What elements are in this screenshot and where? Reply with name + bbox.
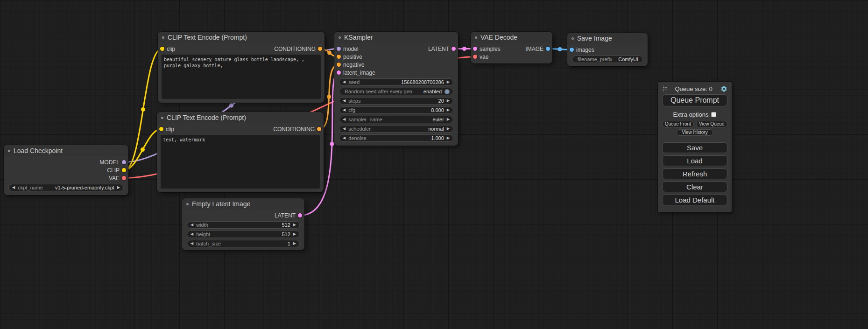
collapse-dot[interactable] <box>161 117 163 119</box>
view-queue-button[interactable]: View Queue <box>696 121 728 127</box>
widget-label: sampler_name <box>348 117 382 122</box>
node-header[interactable]: KSampler <box>334 32 458 43</box>
node-title: Save Image <box>577 35 612 42</box>
input-label-positive: positive <box>343 54 362 60</box>
input-slot-latent-image[interactable] <box>337 70 341 75</box>
view-history-button[interactable]: View History <box>677 129 713 136</box>
input-slot-clip[interactable] <box>159 127 163 131</box>
node-header[interactable]: CLIP Text Encode (Prompt) <box>158 32 325 43</box>
widget-value: v1-5-pruned-emaonly.ckpt <box>55 185 114 190</box>
widget-steps[interactable]: ◀ steps 20 ▶ <box>339 97 453 105</box>
settings-gear-icon[interactable] <box>720 85 727 92</box>
decrement-arrow-icon[interactable]: ◀ <box>343 99 346 103</box>
widget-seed[interactable]: ◀ seed 156680208700286 ▶ <box>339 78 453 86</box>
widget-random-seed-toggle[interactable]: Random seed after every gen enabled <box>339 88 453 95</box>
increment-arrow-icon[interactable]: ▶ <box>447 127 450 131</box>
widget-label: scheduler <box>348 126 371 132</box>
collapse-dot[interactable] <box>572 37 574 40</box>
input-slot-negative[interactable] <box>337 63 341 67</box>
output-slot-image[interactable] <box>546 47 550 51</box>
load-default-button[interactable]: Load Default <box>662 195 727 205</box>
increment-arrow-icon[interactable]: ▶ <box>293 232 296 236</box>
node-header[interactable]: Load Checkpoint <box>4 145 128 156</box>
output-slot-latent[interactable] <box>452 47 456 51</box>
node-header[interactable]: Save Image <box>567 33 648 44</box>
increment-arrow-icon[interactable]: ▶ <box>293 223 296 227</box>
link-midpoint-dot <box>141 107 145 112</box>
widget-filename-prefix[interactable]: filename_prefix ComfyUI <box>572 56 643 63</box>
decrement-arrow-icon[interactable]: ◀ <box>191 242 193 245</box>
menu-header[interactable]: Queue size: 0 <box>662 84 727 93</box>
clear-button[interactable]: Clear <box>662 182 727 192</box>
input-slot-images[interactable] <box>570 48 574 52</box>
widget-label: steps <box>348 98 360 104</box>
prompt-textarea[interactable]: text, watermark <box>161 135 320 189</box>
output-slot-clip[interactable] <box>122 168 126 172</box>
increment-arrow-icon[interactable]: ▶ <box>447 80 450 84</box>
decrement-arrow-icon[interactable]: ◀ <box>343 118 346 121</box>
node-header[interactable]: CLIP Text Encode (Prompt) <box>157 112 324 123</box>
input-slot-clip[interactable] <box>160 47 164 51</box>
widget-scheduler[interactable]: ◀ scheduler normal ▶ <box>339 125 453 133</box>
input-slot-positive[interactable] <box>337 55 341 59</box>
output-slot-vae[interactable] <box>122 176 126 180</box>
output-slot-conditioning[interactable] <box>317 127 321 131</box>
refresh-button[interactable]: Refresh <box>662 168 727 179</box>
widget-cfg[interactable]: ◀ cfg 8.000 ▶ <box>339 106 453 114</box>
toggle-knob[interactable] <box>445 89 450 94</box>
decrement-arrow-icon[interactable]: ◀ <box>12 186 15 189</box>
queue-front-button[interactable]: Queue Front <box>662 121 694 127</box>
load-button[interactable]: Load <box>662 155 727 166</box>
increment-arrow-icon[interactable]: ▶ <box>117 186 120 189</box>
decrement-arrow-icon[interactable]: ◀ <box>191 223 193 227</box>
node-clip-text-encode-negative[interactable]: CLIP Text Encode (Prompt) clip CONDITION… <box>157 112 324 192</box>
increment-arrow-icon[interactable]: ▶ <box>447 108 450 112</box>
queue-menu-panel[interactable]: Queue size: 0 Queue Prompt Extra options… <box>658 82 732 212</box>
node-ksampler[interactable]: KSampler model LATENT positive negative … <box>334 32 458 146</box>
drag-handle-icon[interactable] <box>662 85 667 92</box>
input-label-clip: clip <box>167 46 175 52</box>
input-slot-model[interactable] <box>337 47 341 51</box>
output-slot-model[interactable] <box>122 160 126 164</box>
node-header[interactable]: VAE Decode <box>471 32 552 43</box>
queue-prompt-button[interactable]: Queue Prompt <box>662 94 727 106</box>
node-vae-decode[interactable]: VAE Decode samples IMAGE vae <box>471 32 552 63</box>
decrement-arrow-icon[interactable]: ◀ <box>343 108 346 112</box>
output-slot-latent[interactable] <box>298 213 302 217</box>
increment-arrow-icon[interactable]: ▶ <box>447 136 450 140</box>
node-load-checkpoint[interactable]: Load Checkpoint MODEL CLIP VAE ◀ ckpt_na… <box>4 145 128 195</box>
increment-arrow-icon[interactable]: ▶ <box>447 99 450 103</box>
decrement-arrow-icon[interactable]: ◀ <box>191 232 193 236</box>
widget-denoise[interactable]: ◀ denoise 1.000 ▶ <box>339 134 453 142</box>
node-save-image[interactable]: Save Image images filename_prefix ComfyU… <box>567 33 648 66</box>
decrement-arrow-icon[interactable]: ◀ <box>343 127 346 131</box>
save-button[interactable]: Save <box>662 142 727 153</box>
decrement-arrow-icon[interactable]: ◀ <box>343 136 346 140</box>
node-header[interactable]: Empty Latent Image <box>182 198 304 210</box>
input-slot-vae[interactable] <box>473 55 477 59</box>
collapse-dot[interactable] <box>8 150 10 152</box>
collapse-dot[interactable] <box>186 203 189 205</box>
widget-ckpt-name[interactable]: ◀ ckpt_name v1-5-pruned-emaonly.ckpt ▶ <box>8 184 124 191</box>
node-clip-text-encode-positive[interactable]: CLIP Text Encode (Prompt) clip CONDITION… <box>158 32 325 103</box>
queue-size-label: Queue size: 0 <box>667 85 720 92</box>
collapse-dot[interactable] <box>339 36 341 39</box>
widget-height[interactable]: ◀ height 512 ▶ <box>187 231 300 238</box>
increment-arrow-icon[interactable]: ▶ <box>293 242 296 245</box>
input-slot-samples[interactable] <box>473 47 477 51</box>
extra-options-checkbox[interactable] <box>711 112 716 117</box>
widget-batch-size[interactable]: ◀ batch_size 1 ▶ <box>187 240 300 247</box>
collapse-dot[interactable] <box>162 36 164 39</box>
widget-sampler-name[interactable]: ◀ sampler_name euler ▶ <box>339 116 453 123</box>
link-midpoint-dot <box>229 104 233 108</box>
graph-canvas[interactable]: Load Checkpoint MODEL CLIP VAE ◀ ckpt_na… <box>0 0 868 329</box>
widget-value: 20 <box>438 98 444 104</box>
collapse-dot[interactable] <box>475 36 477 39</box>
widget-width[interactable]: ◀ width 512 ▶ <box>187 221 300 229</box>
decrement-arrow-icon[interactable]: ◀ <box>343 80 346 84</box>
increment-arrow-icon[interactable]: ▶ <box>447 118 450 121</box>
prompt-textarea[interactable]: beautiful scenery nature glass bottle la… <box>162 55 321 99</box>
output-slot-conditioning[interactable] <box>318 47 322 51</box>
widget-value: 512 <box>282 231 290 237</box>
node-empty-latent-image[interactable]: Empty Latent Image LATENT ◀ width 512 ▶ … <box>182 198 304 250</box>
